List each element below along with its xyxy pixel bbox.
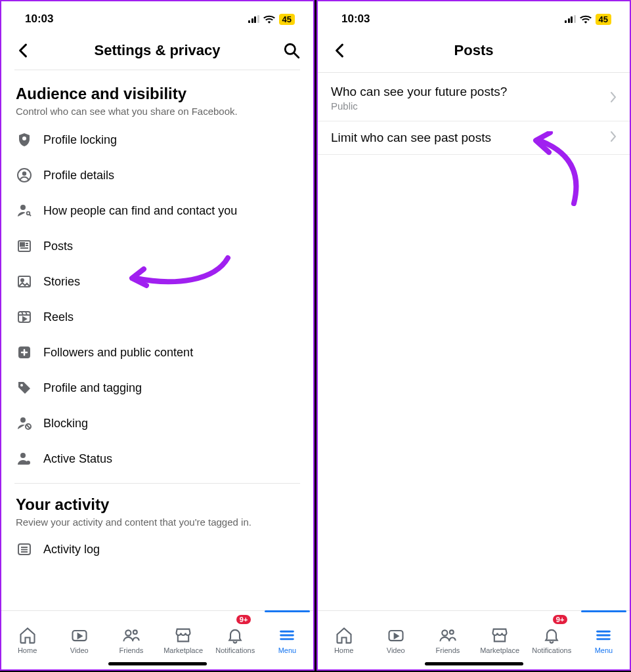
video-icon: [70, 626, 89, 644]
page-title: Settings & privacy: [33, 42, 282, 59]
person-search-icon: [16, 202, 33, 219]
friends-icon: [122, 626, 141, 644]
chevron-right-icon: [610, 91, 617, 106]
back-button[interactable]: [13, 41, 33, 60]
tab-notifications[interactable]: 9+ Notifications: [209, 611, 261, 669]
home-icon: [335, 626, 353, 644]
row-posts[interactable]: Posts: [1, 228, 313, 264]
tab-label: Notifications: [532, 646, 571, 654]
tab-marketplace[interactable]: Marketplace: [158, 611, 209, 669]
section-audience: Audience and visibility Control who can …: [1, 70, 313, 117]
menu-icon: [594, 626, 613, 644]
wifi-icon: [263, 14, 275, 24]
home-indicator: [425, 662, 523, 665]
tab-home[interactable]: Home: [1, 611, 53, 669]
row-subtitle: Public: [331, 100, 507, 112]
plus-square-icon: [16, 344, 33, 361]
row-active-status[interactable]: Active Status: [1, 441, 313, 476]
friends-icon: [439, 626, 457, 644]
person-block-icon: [16, 415, 33, 432]
row-activity-log[interactable]: Activity log: [1, 532, 313, 567]
row-profile-details[interactable]: Profile details: [1, 158, 313, 193]
search-button[interactable]: [282, 41, 301, 60]
tab-marketplace[interactable]: Marketplace: [474, 611, 526, 669]
marketplace-icon: [490, 626, 509, 644]
wifi-icon: [580, 14, 592, 24]
row-tagging[interactable]: Profile and tagging: [1, 370, 313, 406]
tab-home[interactable]: Home: [318, 611, 370, 669]
phone-settings: 10:03 45 Settings & privacy Audience and…: [0, 0, 315, 671]
divider: [318, 72, 630, 73]
person-dot-icon: [16, 450, 33, 467]
tab-friends[interactable]: Friends: [105, 611, 157, 669]
battery-badge: 45: [596, 14, 611, 25]
tab-label: Home: [334, 646, 353, 654]
svg-rect-9: [20, 243, 24, 246]
header: Settings & privacy: [1, 34, 313, 70]
status-right: 45: [565, 14, 611, 25]
tab-video[interactable]: Video: [370, 611, 422, 669]
tab-friends[interactable]: Friends: [422, 611, 473, 669]
row-blocking[interactable]: Blocking: [1, 406, 313, 441]
status-bar: 10:03 45: [1, 1, 313, 34]
svg-point-4: [22, 171, 26, 175]
row-label: Stories: [43, 275, 80, 289]
section-activity: Your activity Review your activity and c…: [1, 490, 313, 528]
menu-icon: [278, 626, 296, 644]
row-stories[interactable]: Stories: [1, 264, 313, 299]
bottom-nav: Home Video Friends Marketplace 9+ Notifi…: [318, 610, 630, 669]
tab-menu[interactable]: Menu: [261, 611, 313, 669]
svg-point-33: [125, 630, 131, 635]
row-title: Who can see your future posts?: [331, 85, 507, 99]
bell-icon: [226, 626, 244, 644]
video-icon: [387, 626, 405, 644]
tag-icon: [16, 379, 33, 396]
svg-point-27: [26, 461, 30, 465]
row-limit-past-posts[interactable]: Limit who can see past posts: [318, 121, 630, 155]
section-subtitle: Control who can see what you share on Fa…: [16, 106, 299, 117]
bell-icon: [542, 626, 561, 644]
tab-label: Menu: [278, 646, 297, 654]
chevron-right-icon: [610, 131, 617, 145]
notification-badge: 9+: [553, 615, 568, 624]
status-time: 10:03: [25, 12, 53, 26]
bottom-nav: Home Video Friends Marketplace 9+ Notifi…: [1, 610, 313, 669]
home-indicator: [108, 662, 207, 665]
row-future-posts[interactable]: Who can see your future posts? Public: [318, 75, 630, 121]
svg-line-25: [26, 425, 30, 428]
svg-line-1: [294, 53, 299, 58]
tab-label: Video: [70, 646, 89, 654]
shield-icon: [16, 131, 33, 148]
svg-point-23: [20, 417, 26, 423]
section-title: Audience and visibility: [16, 85, 299, 103]
row-profile-locking[interactable]: Profile locking: [1, 122, 313, 158]
svg-point-26: [20, 453, 26, 458]
tab-video[interactable]: Video: [53, 611, 105, 669]
tab-label: Friends: [436, 646, 460, 654]
phone-posts: 10:03 45 Posts Who can see your future p…: [316, 0, 631, 671]
svg-point-34: [133, 630, 137, 634]
svg-point-5: [20, 205, 26, 210]
row-label: Activity log: [43, 543, 100, 556]
row-find-contact[interactable]: How people can find and contact you: [1, 193, 313, 228]
row-label: Blocking: [43, 417, 88, 430]
page-title: Posts: [349, 42, 598, 59]
list-icon: [16, 541, 33, 558]
tab-menu[interactable]: Menu: [578, 611, 630, 669]
svg-point-22: [20, 384, 23, 387]
home-icon: [18, 626, 37, 644]
row-label: Active Status: [43, 452, 112, 466]
row-followers[interactable]: Followers and public content: [1, 335, 313, 370]
notification-badge: 9+: [236, 615, 251, 624]
battery-badge: 45: [279, 14, 295, 25]
row-reels[interactable]: Reels: [1, 299, 313, 335]
row-label: Reels: [43, 310, 74, 324]
cellular-icon: [565, 15, 576, 23]
newspaper-icon: [16, 238, 33, 255]
row-label: Followers and public content: [43, 346, 193, 360]
back-button[interactable]: [330, 41, 349, 60]
tab-notifications[interactable]: 9+ Notifications: [526, 611, 578, 669]
status-time: 10:03: [341, 12, 370, 26]
tab-label: Marketplace: [480, 646, 519, 654]
svg-point-6: [27, 212, 30, 215]
